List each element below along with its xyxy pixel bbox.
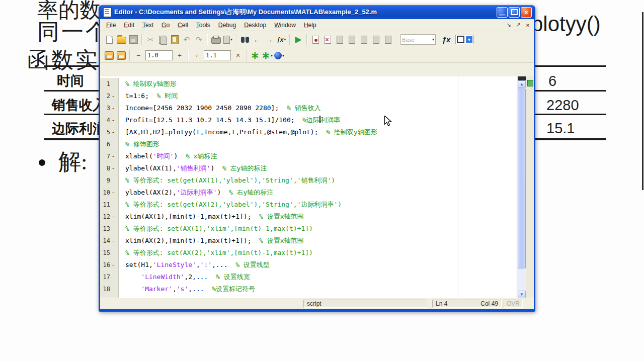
code-line[interactable]: 1% 绘制双y轴图形	[100, 78, 517, 90]
maximize-button[interactable]	[509, 7, 520, 18]
code-line[interactable]: 10-ylabel(AX(2),'边际利润率') % 右y轴的标注	[100, 187, 517, 199]
run-button[interactable]: ▶	[292, 34, 304, 46]
undock-icon[interactable]: ↗	[514, 21, 522, 29]
line-number-gutter[interactable]: 15	[100, 247, 119, 259]
fx-icon: ƒx	[442, 35, 451, 44]
print-preview-button[interactable]: ▾	[222, 34, 234, 46]
mlint-ok-indicator[interactable]	[527, 80, 533, 86]
dropdown-icon: ▾	[282, 53, 284, 58]
exit-debug-button[interactable]	[382, 34, 394, 46]
code-line[interactable]: 11% 等价形式: set(get(AX(2),'ylabel'),'Strin…	[100, 199, 517, 211]
clear-breakpoints-button[interactable]: ×	[321, 34, 334, 46]
code-text: ylabel(AX(1),'销售利润') % 左y轴的标注	[119, 164, 267, 173]
menu-help[interactable]: Help	[300, 21, 320, 30]
menu-debug[interactable]: Debug	[214, 21, 240, 30]
function-hints-button[interactable]: ƒx▾	[275, 34, 287, 46]
line-number-gutter[interactable]: 13	[100, 223, 119, 235]
line-number-gutter[interactable]: 12-	[100, 211, 119, 223]
minimize-button[interactable]: —	[497, 7, 508, 18]
code-line[interactable]: 18 'Marker','s',... %设置标记符号	[100, 283, 517, 295]
menu-cell[interactable]: Cell	[174, 21, 192, 30]
split-pane-handle[interactable]	[518, 76, 526, 80]
save-icon	[129, 35, 138, 44]
code-line[interactable]: 12-xlim(AX(1),[min(t)-1,max(t)+1]); % 设置…	[100, 211, 517, 223]
scroll-up-button[interactable]: ▲	[518, 80, 526, 88]
line-number-gutter[interactable]: 16-	[100, 259, 119, 271]
step-in-button[interactable]	[346, 34, 358, 46]
step-out-button[interactable]	[358, 34, 370, 46]
line-number-gutter[interactable]: 3-	[100, 102, 119, 114]
line-number-gutter[interactable]: 18	[100, 283, 119, 295]
continue-button[interactable]	[370, 34, 382, 46]
multiply-amount-field[interactable]: 1.1	[204, 50, 231, 60]
line-number-gutter[interactable]: 8-	[100, 162, 119, 174]
code-line[interactable]: 8-ylabel(AX(1),'销售利润') % 左y轴的标注	[100, 162, 517, 174]
open-file-button[interactable]	[115, 34, 127, 46]
code-line[interactable]: 16-set(H1,'LineStyle',':',... % 设置线型	[100, 259, 517, 271]
find-button[interactable]	[239, 34, 251, 46]
cell-options-button[interactable]: ▾	[273, 49, 285, 61]
code-line[interactable]: 3-Income=[2456 2032 1900 2450 2890 2280]…	[100, 102, 517, 114]
line-number-gutter[interactable]: 14-	[100, 235, 119, 247]
go-forward-button[interactable]: →	[263, 34, 275, 46]
menu-edit[interactable]: Edit	[120, 21, 138, 30]
code-line[interactable]: 4-Profit=[12.5 11.3 10.2 14.5 14.3 15.1]…	[100, 114, 517, 126]
cell-publish-button[interactable]	[103, 49, 115, 61]
scroll-down-button[interactable]: ▼	[518, 291, 526, 298]
evaluate-cell-advance-button[interactable]: ∗▾	[261, 49, 273, 61]
scrollbar-thumb[interactable]	[518, 88, 526, 268]
line-number-gutter[interactable]: 2-	[100, 90, 119, 102]
code-line[interactable]: 17 'LineWidth',2,... % 设置线宽	[100, 271, 517, 283]
menu-file[interactable]: File	[102, 21, 120, 30]
decrement-value-button[interactable]: −	[132, 49, 144, 61]
line-number-gutter[interactable]: 1	[100, 78, 119, 90]
redo-button[interactable]: ↷	[193, 34, 205, 46]
new-file-button[interactable]	[103, 34, 115, 46]
line-number-gutter[interactable]: 6	[100, 138, 119, 150]
paste-button[interactable]	[169, 34, 181, 46]
undo-button[interactable]: ↶	[181, 34, 193, 46]
print-button[interactable]	[210, 34, 222, 46]
add-amount-field[interactable]: 1.0	[145, 50, 173, 60]
evaluate-cell-button[interactable]: ∗	[249, 49, 261, 61]
cell-insert-button[interactable]	[115, 49, 127, 61]
set-breakpoint-button[interactable]	[309, 34, 321, 46]
step-button[interactable]	[334, 34, 346, 46]
code-line[interactable]: 7-xlabel('时间') % x轴标注	[100, 150, 517, 162]
menu-text[interactable]: Text	[138, 21, 157, 30]
line-number-gutter[interactable]: 9	[100, 174, 119, 187]
code-line[interactable]: 15% 等价形式: set(AX(2),'xlim',[min(t)-1,max…	[100, 247, 517, 259]
go-back-button[interactable]: ←	[251, 34, 263, 46]
line-number-gutter[interactable]: 7-	[100, 150, 119, 162]
multiply-value-button[interactable]: ×	[232, 49, 244, 61]
increment-value-button[interactable]: +	[174, 49, 186, 61]
code-line[interactable]: 5-[AX,H1,H2]=plotyy(t,Income,t,Profit,@s…	[100, 126, 517, 138]
stack-combo[interactable]: Base▾	[400, 34, 436, 45]
code-line[interactable]: 13% 等价形式: set(AX(1),'xlim',[min(t)-1,max…	[100, 223, 517, 235]
vertical-scrollbar[interactable]: ▲ ▼	[517, 76, 526, 298]
line-number-gutter[interactable]: 4-	[100, 114, 119, 126]
dock-editor-button[interactable]: ▾	[455, 35, 474, 44]
close-button[interactable]: ×	[521, 7, 532, 18]
title-bar[interactable]: Editor - C:\Documents and Settings\占海明\M…	[100, 5, 534, 19]
menu-desktop[interactable]: Desktop	[240, 21, 270, 30]
function-browser-button[interactable]: ƒx	[440, 34, 452, 46]
copy-button[interactable]	[156, 34, 169, 46]
save-button[interactable]	[127, 34, 139, 46]
line-number-gutter[interactable]: 11	[100, 199, 119, 211]
divide-value-button[interactable]: ÷	[191, 49, 203, 61]
code-editor[interactable]: 1% 绘制双y轴图形2-t=1:6; % 时间3-Income=[2456 20…	[100, 76, 534, 298]
code-line[interactable]: 9% 等价形式: set(get(AX(1),'ylabel'),'String…	[100, 174, 517, 187]
line-number-gutter[interactable]: 5-	[100, 126, 119, 138]
line-number-gutter[interactable]: 10-	[100, 187, 119, 199]
code-line[interactable]: 14-xlim(AX(2),[min(t)-1,max(t)+1]); % 设置…	[100, 235, 517, 247]
menu-window[interactable]: Window	[270, 21, 300, 30]
cut-button[interactable]: ✂	[144, 34, 156, 46]
line-number-gutter[interactable]: 17	[100, 271, 119, 283]
dock-icon[interactable]: ↘	[505, 21, 513, 29]
close-document-icon[interactable]: ×	[524, 21, 532, 29]
code-line[interactable]: 2-t=1:6; % 时间	[100, 90, 517, 102]
menu-go[interactable]: Go	[157, 21, 174, 30]
code-line[interactable]: 6% 修饰图形	[100, 138, 517, 150]
menu-tools[interactable]: Tools	[192, 21, 214, 30]
